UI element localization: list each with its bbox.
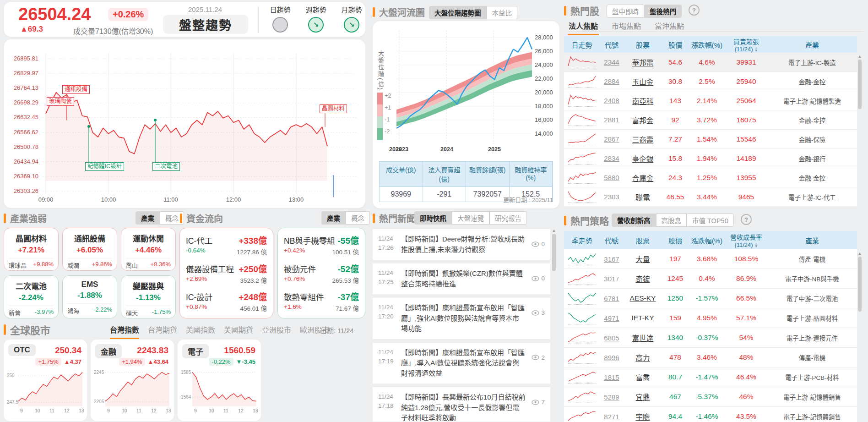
stock-name-link[interactable]: 宜鼎 bbox=[624, 392, 662, 402]
industry-card-晶圓材料[interactable]: 晶圓材料+7.21%環球晶+9.88% bbox=[4, 228, 59, 271]
column-header-產業[interactable]: 產業 bbox=[767, 236, 857, 245]
stock-code-link[interactable]: 2881 bbox=[600, 116, 624, 124]
table-row-5289[interactable]: 5289宜鼎467-5.37%46%電子上游-記憶體銷售 bbox=[564, 387, 857, 407]
fundflow-entry-儀器設備工程[interactable]: 儀器設備工程+250億+2.69%3523.2 億 bbox=[186, 262, 267, 285]
stock-code-link[interactable]: 8996 bbox=[600, 354, 624, 362]
table-row-2344[interactable]: 2344華邦電54.64.6%39931電子上游-IC-製造 bbox=[564, 53, 857, 72]
fundflow-entry-被動元件[interactable]: 被動元件-52億+0.76%265.53 億 bbox=[284, 262, 359, 285]
table-row-3017[interactable]: 3017奇鋐12450.4%86.9%電子中游-NB與手機 bbox=[564, 269, 857, 289]
tab-大盤速覽[interactable]: 大盤速覽 bbox=[452, 211, 489, 225]
news-scrollbar[interactable]: ▲ bbox=[551, 228, 557, 421]
scrollbar-thumb[interactable] bbox=[858, 60, 862, 109]
news-item[interactable]: 11/2417:26【即時新聞】Deere財報分析:營收成長助推股價上揚,未來潛… bbox=[373, 229, 550, 260]
column-header-買賣超張[interactable]: 買賣超張(11/24)▲▼ bbox=[725, 37, 767, 53]
sort-icon[interactable]: ▲▼ bbox=[754, 242, 758, 248]
column-header-股票[interactable]: 股票 bbox=[624, 40, 662, 49]
stock-code-link[interactable]: 6805 bbox=[600, 334, 624, 342]
stock-code-link[interactable]: 3167 bbox=[600, 255, 624, 263]
industry-card-EMS[interactable]: EMS-1.88%鴻海-2.22% bbox=[62, 275, 117, 318]
stock-name-link[interactable]: 高力 bbox=[624, 352, 662, 362]
news-item[interactable]: 11/2417:20【即時新聞】康和證最新宣布啟用「智匯廳」,強化AI數位服務與… bbox=[373, 298, 550, 339]
help-icon[interactable]: ? bbox=[689, 5, 700, 16]
stock-name-link[interactable]: 華邦電 bbox=[624, 57, 662, 67]
stock-code-link[interactable]: 1815 bbox=[600, 373, 624, 381]
tab-盤後熱門[interactable]: 盤後熱門 bbox=[644, 5, 682, 18]
stock-code-link[interactable]: 2344 bbox=[600, 58, 624, 66]
stock-name-link[interactable]: AES-KY bbox=[624, 294, 662, 302]
stock-name-link[interactable]: 三商壽 bbox=[624, 134, 662, 144]
tab-研究報告[interactable]: 研究報告 bbox=[489, 211, 527, 225]
stock-code-link[interactable]: 5289 bbox=[600, 393, 624, 401]
fundflow-entry-散熱零組件[interactable]: 散熱零組件-37億+1.6%71.67 億 bbox=[284, 290, 359, 312]
stock-name-link[interactable]: 富喬 bbox=[624, 372, 662, 382]
scrollbar-thumb[interactable] bbox=[858, 257, 862, 312]
table-row-6781[interactable]: 6781AES-KY1250-1.57%66.5%電子中游-二次電池 bbox=[564, 289, 857, 308]
tab-即時快訊[interactable]: 即時快訊 bbox=[414, 211, 452, 225]
tab-市值 TOP50[interactable]: 市值 TOP50 bbox=[687, 214, 734, 227]
stock-name-link[interactable]: 合庫金 bbox=[624, 173, 662, 183]
column-header-漲跌幅(%)[interactable]: 漲跌幅(%) bbox=[689, 40, 725, 49]
fundflow-entry-IC-設計[interactable]: IC-設計+248億+0.87%456.01 億 bbox=[186, 290, 267, 312]
fundflow-entry-IC-代工[interactable]: IC-代工+338億-0.64%1227.86 億 bbox=[186, 234, 267, 256]
sort-icon[interactable]: ▲▼ bbox=[754, 47, 758, 52]
stock-name-link[interactable]: 富世達 bbox=[624, 333, 662, 343]
stock-code-link[interactable]: 2834 bbox=[600, 154, 624, 162]
table-row-2834[interactable]: 2834臺企銀15.81.94%14189金融-銀行 bbox=[564, 149, 857, 168]
subtab-當沖焦點[interactable]: 當沖焦點 bbox=[654, 21, 685, 34]
stock-code-link[interactable]: 2884 bbox=[600, 77, 624, 85]
global-tab-亞洲股市[interactable]: 亞洲股市 bbox=[262, 324, 291, 339]
stock-name-link[interactable]: 宇瞻 bbox=[624, 411, 662, 422]
table-row-8996[interactable]: 8996高力4783.46%48%傳產-電機 bbox=[564, 348, 857, 367]
table-row-5880[interactable]: 5880合庫金24.31.25%13955金融-金控 bbox=[564, 168, 857, 187]
strategy-scrollbar[interactable]: ▲ bbox=[857, 251, 863, 421]
tab-高股息[interactable]: 高股息 bbox=[656, 214, 687, 227]
column-header-產業[interactable]: 產業 bbox=[767, 40, 857, 49]
hotstocks-scrollbar[interactable]: ▲ bbox=[857, 54, 863, 203]
tab-大盤位階趨勢圖[interactable]: 大盤位階趨勢圖 bbox=[429, 6, 487, 19]
stock-code-link[interactable]: 4971 bbox=[600, 314, 624, 322]
stock-code-link[interactable]: 8271 bbox=[600, 413, 624, 421]
stock-code-link[interactable]: 2408 bbox=[600, 97, 624, 104]
news-item[interactable]: 11/2417:19【即時新聞】康和證最新宣布啟用「智匯廳」,導入AI數位視聽系… bbox=[373, 343, 550, 384]
column-header-漲跌幅(%)[interactable]: 漲跌幅(%) bbox=[689, 236, 725, 245]
industry-card-通訊設備[interactable]: 通訊設備+6.05%威潤+9.86% bbox=[62, 228, 117, 271]
column-header-營收成長率[interactable]: 營收成長率(11/24)▲▼ bbox=[725, 232, 767, 248]
global-tab-美國指數[interactable]: 美國指數 bbox=[186, 324, 215, 339]
scrollbar-up-icon[interactable]: ▲ bbox=[551, 228, 557, 233]
global-tab-台灣指數[interactable]: 台灣指數 bbox=[110, 324, 139, 339]
tab-產業[interactable]: 產業 bbox=[136, 211, 160, 225]
scrollbar-thumb[interactable] bbox=[552, 234, 556, 271]
tab-概念[interactable]: 概念 bbox=[346, 211, 370, 225]
stock-name-link[interactable]: 玉山金 bbox=[624, 77, 662, 87]
tab-產業[interactable]: 產業 bbox=[321, 211, 346, 225]
news-item[interactable]: 11/2417:25【即時新聞】凱撒娛樂(CZR)數位與實體整合策略持續推進0 bbox=[373, 263, 550, 294]
stock-name-link[interactable]: 臺企銀 bbox=[624, 153, 662, 164]
subtab-法人焦點[interactable]: 法人焦點 bbox=[568, 21, 599, 35]
news-item[interactable]: 11/2417:18【即時新聞】長興最新公布10月自結稅前純益1.28億元,營收… bbox=[373, 387, 550, 422]
stock-code-link[interactable]: 6781 bbox=[600, 295, 624, 302]
fundflow-entry-NB與手機零組[interactable]: NB與手機零組-55億+0.42%100.51 億 bbox=[284, 234, 359, 256]
stock-name-link[interactable]: 富邦金 bbox=[624, 115, 662, 125]
industry-card-二次電池[interactable]: 二次電池-2.24%新普-3.97% bbox=[4, 275, 59, 318]
stock-code-link[interactable]: 5880 bbox=[600, 174, 624, 181]
column-header-代號[interactable]: 代號 bbox=[600, 40, 624, 49]
table-row-2884[interactable]: 2884玉山金30.82.5%25940金融-金控 bbox=[564, 72, 857, 91]
table-row-2408[interactable]: 2408南亞科1432.14%25064電子上游-記憶體製造 bbox=[564, 91, 857, 110]
scrollbar-up-icon[interactable]: ▲ bbox=[857, 54, 863, 59]
column-header-日走勢[interactable]: 日走勢 bbox=[564, 40, 600, 49]
global-card-電子[interactable]: 電子1560.59-0.22%▼-3.4515851564910111213 bbox=[178, 340, 261, 421]
column-header-季走勢[interactable]: 季走勢 bbox=[564, 236, 600, 245]
stock-name-link[interactable]: 奇鋐 bbox=[624, 274, 662, 284]
tab-盤中即時[interactable]: 盤中即時 bbox=[607, 5, 644, 18]
column-header-股價[interactable]: 股價 bbox=[662, 236, 689, 245]
scrollbar-up-icon[interactable]: ▲ bbox=[857, 251, 863, 256]
tab-本益比[interactable]: 本益比 bbox=[487, 6, 518, 19]
table-row-3167[interactable]: 3167大量1973.68%108.5%傳產-電機 bbox=[564, 249, 857, 269]
tab-營收創新高[interactable]: 營收創新高 bbox=[612, 214, 656, 227]
subtab-市場焦點[interactable]: 市場焦點 bbox=[611, 21, 642, 34]
global-tab-美國期貨[interactable]: 美國期貨 bbox=[224, 324, 253, 339]
stock-name-link[interactable]: 南亞科 bbox=[624, 96, 662, 106]
stock-name-link[interactable]: IET-KY bbox=[624, 314, 662, 322]
column-header-股價[interactable]: 股價 bbox=[662, 40, 689, 49]
global-card-OTC[interactable]: OTC250.34+1.75%▲4.37250247.5910111213 bbox=[4, 340, 87, 421]
